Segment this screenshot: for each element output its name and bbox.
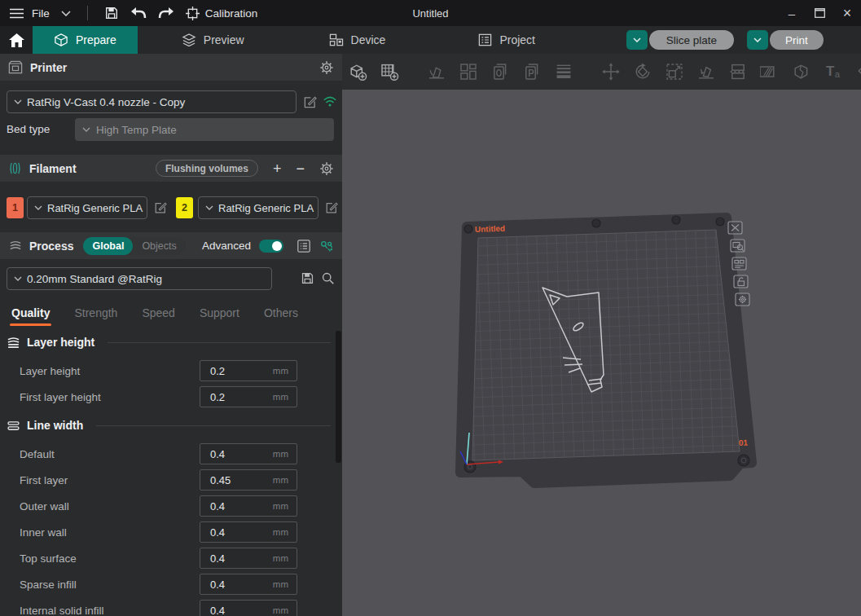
group-title: Layer height — [27, 336, 94, 349]
chevron-down-icon — [753, 37, 762, 42]
tab-speed[interactable]: Speed — [142, 306, 174, 326]
process-preset-value: 0.20mm Standard @RatRig — [27, 273, 162, 285]
scene-3d[interactable]: Untitled 01 — [342, 90, 861, 616]
scope-objects-button[interactable]: Objects — [133, 237, 185, 255]
value-field[interactable] — [200, 526, 273, 539]
mesh-boolean-button[interactable] — [759, 61, 780, 82]
line-width-icon — [7, 420, 20, 431]
arrange-button[interactable] — [458, 61, 479, 82]
add-object-button[interactable] — [347, 61, 368, 82]
printer-preset-combo[interactable]: RatRig V-Cast 0.4 nozzle - Copy — [7, 90, 297, 113]
minimize-button[interactable]: – — [778, 0, 806, 26]
edit-filament-1-icon[interactable] — [154, 201, 167, 214]
color-paint-button[interactable] — [854, 61, 861, 82]
bed-type-combo[interactable]: High Temp Plate — [75, 118, 334, 141]
value-field[interactable] — [200, 500, 273, 513]
scope-global-button[interactable]: Global — [83, 237, 133, 255]
remove-filament-button[interactable]: − — [296, 161, 305, 176]
variable-layer-height-button[interactable] — [553, 61, 574, 82]
value-field[interactable] — [200, 474, 273, 486]
tab-device[interactable]: Device — [308, 26, 407, 54]
filament-2-combo[interactable]: RatRig Generic PLA — [198, 196, 318, 219]
arrange-plate-button[interactable] — [732, 257, 746, 270]
save-icon[interactable] — [104, 6, 119, 20]
split-to-parts-button[interactable] — [521, 61, 543, 82]
redo-icon[interactable] — [158, 7, 174, 20]
split-to-objects-button[interactable] — [490, 61, 511, 82]
search-icon[interactable] — [321, 271, 335, 285]
printer-settings-gear-icon[interactable] — [319, 60, 334, 75]
home-icon — [9, 33, 24, 47]
slice-plate-button[interactable]: Slice plate — [649, 30, 734, 50]
value-field[interactable] — [200, 605, 273, 616]
edit-filament-2-icon[interactable] — [325, 201, 338, 214]
viewport-toolbar: Ta — [342, 54, 861, 90]
value-field[interactable] — [200, 552, 273, 565]
filament-settings-gear-icon[interactable] — [319, 161, 334, 176]
print-options-dropdown[interactable] — [747, 30, 768, 50]
params-scrollbar[interactable] — [336, 331, 341, 463]
filament-section-title: Filament — [29, 162, 77, 175]
param-input-top-surface: mm — [200, 548, 297, 569]
tab-strength[interactable]: Strength — [74, 306, 117, 326]
delete-plate-button[interactable] — [728, 222, 742, 234]
save-preset-icon[interactable] — [301, 271, 314, 285]
file-menu[interactable]: File — [10, 7, 50, 20]
plate-preview-button[interactable] — [731, 240, 745, 252]
scale-button[interactable] — [664, 61, 685, 82]
tab-preview[interactable]: Preview — [160, 26, 266, 54]
maximize-button[interactable] — [806, 0, 833, 26]
text-tool-button[interactable]: Ta — [823, 61, 844, 82]
param-input-layer-height: mm — [200, 360, 297, 381]
value-field[interactable] — [200, 391, 273, 403]
filament-1-value: RatRig Generic PLA — [47, 202, 143, 214]
unit-label: mm — [273, 605, 297, 615]
move-button[interactable] — [600, 61, 622, 82]
add-filament-button[interactable]: + — [273, 161, 282, 176]
cut-button[interactable] — [727, 61, 749, 82]
lay-on-face-button[interactable] — [696, 61, 717, 82]
tab-support[interactable]: Support — [200, 306, 239, 326]
flushing-volumes-button[interactable]: Flushing volumes — [156, 160, 258, 177]
tab-others[interactable]: Others — [264, 306, 298, 326]
filament-2-badge[interactable]: 2 — [176, 197, 193, 218]
tab-quality[interactable]: Quality — [11, 306, 50, 326]
process-preset-combo[interactable]: 0.20mm Standard @RatRig — [7, 267, 272, 290]
printer-section-title: Printer — [30, 61, 67, 74]
close-button[interactable]: × — [833, 0, 861, 26]
auto-orient-button[interactable] — [426, 61, 447, 82]
unit-label: mm — [273, 527, 297, 537]
chevron-down-icon — [14, 99, 22, 104]
value-field[interactable] — [200, 365, 273, 377]
fix-model-button[interactable] — [791, 61, 812, 82]
maximize-icon — [815, 8, 825, 18]
rotate-button[interactable] — [632, 61, 653, 82]
value-field[interactable] — [200, 448, 273, 460]
bed-type-value: High Temp Plate — [96, 124, 177, 136]
tab-prepare[interactable]: Prepare — [33, 26, 138, 54]
build-plate[interactable]: Untitled 01 — [460, 216, 752, 483]
edit-printer-icon[interactable] — [303, 95, 317, 109]
chevron-down-icon[interactable] — [61, 11, 71, 16]
tab-device-label: Device — [351, 33, 386, 46]
advanced-toggle[interactable] — [259, 240, 283, 253]
param-label: Layer height — [20, 365, 80, 377]
slice-options-dropdown[interactable] — [626, 30, 648, 50]
lock-plate-button[interactable] — [734, 275, 748, 288]
plate-settings-button[interactable] — [736, 293, 749, 306]
hamburger-icon — [10, 8, 24, 19]
value-field[interactable] — [200, 579, 273, 591]
print-button[interactable]: Print — [770, 30, 824, 50]
tab-project-label: Project — [499, 33, 535, 46]
filament-1-combo[interactable]: RatRig Generic PLA — [27, 196, 147, 219]
wifi-icon[interactable] — [323, 95, 337, 108]
advanced-label: Advanced — [202, 240, 251, 252]
undo-icon[interactable] — [130, 7, 147, 20]
calibration-menu[interactable]: Calibration — [186, 7, 258, 20]
filament-1-badge[interactable]: 1 — [7, 197, 24, 218]
tab-project[interactable]: Project — [457, 26, 556, 54]
add-plate-button[interactable] — [379, 61, 400, 82]
options-list-icon[interactable] — [297, 239, 311, 253]
home-button[interactable] — [0, 26, 33, 54]
compare-presets-icon[interactable] — [319, 239, 334, 253]
